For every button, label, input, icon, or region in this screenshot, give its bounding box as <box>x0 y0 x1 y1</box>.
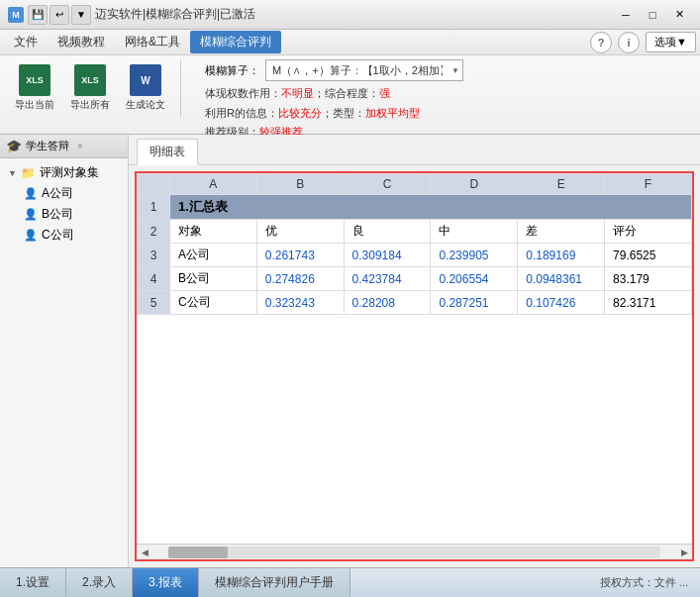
table-cell: 差 <box>518 220 605 244</box>
info-button[interactable]: i <box>618 32 640 53</box>
bottom-tab-report[interactable]: 3.报表 <box>133 568 199 597</box>
table-cell: 评分 <box>605 220 692 244</box>
info2-mid: ；类型： <box>322 107 365 119</box>
tree-item-b[interactable]: 👤 B公司 <box>0 204 128 225</box>
table-row: 3A公司0.2617430.3091840.2399050.18916979.6… <box>138 244 692 267</box>
bottom-tab-manual[interactable]: 模糊综合评判用户手册 <box>199 568 350 597</box>
bottom-tab-input[interactable]: 2.录入 <box>66 568 133 597</box>
table-cell: 对象 <box>169 220 256 244</box>
table-cell: 1.汇总表 <box>169 195 691 220</box>
close-button[interactable]: ✕ <box>666 5 692 25</box>
tab-detail[interactable]: 明细表 <box>137 139 198 165</box>
menu-fuzzy[interactable]: 模糊综合评判 <box>190 31 281 53</box>
row-number-cell: 2 <box>138 220 170 244</box>
table-cell: 79.6525 <box>605 244 692 267</box>
sidebar-close[interactable]: × <box>77 141 83 151</box>
tree-label-b: B公司 <box>42 206 73 223</box>
info1-prefix: 体现权数作用： <box>205 87 281 99</box>
tree-label-a: A公司 <box>42 185 73 202</box>
col-header-row: A B C D E F <box>138 174 692 195</box>
tool-undo[interactable]: ↩ <box>50 5 69 25</box>
word-icon: W <box>130 64 161 96</box>
title-bar: M 💾 ↩ ▼ 迈实软件|模糊综合评判|已激活 ─ □ ✕ <box>0 0 700 30</box>
person-icon-b: 👤 <box>24 208 38 221</box>
row-number-cell: 1 <box>138 195 170 220</box>
status-bar: 授权方式：文件 ... <box>588 575 700 590</box>
operator-row: 模糊算子： M（∧，+）算子：【1取小，2相加】 <box>205 59 692 81</box>
person-icon-a: 👤 <box>24 187 38 200</box>
table-cell: 0.107426 <box>518 291 605 315</box>
tool-dropdown[interactable]: ▼ <box>71 5 91 25</box>
col-header-c: C <box>344 174 431 195</box>
table-cell: 82.3171 <box>605 291 692 315</box>
person-icon-c: 👤 <box>24 229 38 242</box>
col-header-e: E <box>518 174 605 195</box>
fuzzy-info: 体现权数作用：不明显；综合程度：强 <box>205 85 692 103</box>
tool-save[interactable]: 💾 <box>28 5 48 25</box>
table-cell: 83.179 <box>605 267 692 291</box>
table-cell: 0.28208 <box>344 291 431 315</box>
maximize-button[interactable]: □ <box>640 5 665 25</box>
info1-end: 强 <box>379 87 390 99</box>
export-all-button[interactable]: XLS 导出所有 <box>63 59 117 117</box>
table-cell: 0.261743 <box>256 244 344 267</box>
info1-mid: ；综合程度： <box>314 87 379 99</box>
options-button[interactable]: 选项▼ <box>646 32 696 52</box>
tree-root-label: 评测对象集 <box>40 164 99 181</box>
operator-combo-wrap: M（∧，+）算子：【1取小，2相加】 <box>265 59 463 81</box>
export-all-icon: XLS <box>74 64 106 96</box>
scroll-right[interactable]: ▶ <box>676 545 692 560</box>
table-cell: 0.189169 <box>518 244 605 267</box>
col-header-rownum <box>138 174 170 195</box>
info2-end: 加权平均型 <box>365 107 420 119</box>
window-controls: ─ □ ✕ <box>613 5 692 25</box>
tree-label-c: C公司 <box>42 227 74 244</box>
col-header-a: A <box>169 174 256 195</box>
minimize-button[interactable]: ─ <box>613 5 639 25</box>
operator-select[interactable]: M（∧，+）算子：【1取小，2相加】 <box>265 59 463 81</box>
menu-file[interactable]: 文件 <box>4 31 48 53</box>
table-row: 2对象优良中差评分 <box>138 220 692 244</box>
scroll-left[interactable]: ◀ <box>137 545 152 560</box>
menu-network[interactable]: 网络&工具 <box>115 31 190 53</box>
operator-label: 模糊算子： <box>205 63 259 78</box>
table-cell: 0.0948361 <box>518 267 605 291</box>
window-title: 迈实软件|模糊综合评判|已激活 <box>95 6 255 23</box>
menu-video[interactable]: 视频教程 <box>48 31 115 53</box>
info1-value: 不明显 <box>281 87 314 99</box>
col-header-d: D <box>431 174 518 195</box>
table-cell: B公司 <box>169 267 256 291</box>
table-cell: 0.206554 <box>431 267 518 291</box>
content-area: 明细表 A B C D E F <box>129 135 700 567</box>
scrollbar-thumb[interactable] <box>168 547 228 558</box>
tree-root[interactable]: ▼ 📁 评测对象集 <box>0 162 128 183</box>
generate-paper-button[interactable]: W 生成论文 <box>119 59 172 117</box>
table-cell: 0.239905 <box>431 244 518 267</box>
tree-item-c[interactable]: 👤 C公司 <box>0 225 128 246</box>
table-cell: A公司 <box>169 244 256 267</box>
tab-bar: 明细表 <box>129 135 700 165</box>
bottom-bar: 1.设置 2.录入 3.报表 模糊综合评判用户手册 授权方式：文件 ... <box>0 567 700 597</box>
table-cell: 0.274826 <box>256 267 344 291</box>
info2-prefix: 利用R的信息： <box>205 107 278 119</box>
sidebar-header-icon: 🎓 <box>6 139 22 153</box>
tree-item-a[interactable]: 👤 A公司 <box>0 183 128 204</box>
table-scroll[interactable]: A B C D E F 11.汇总表2对象优良中差评分3A公司0.2617430… <box>137 173 692 544</box>
sidebar: 🎓 学生答辩 × ▼ 📁 评测对象集 👤 A公司 👤 B公司 👤 C公司 <box>0 135 129 567</box>
bottom-tab-settings[interactable]: 1.设置 <box>0 568 66 597</box>
row-number-cell: 3 <box>138 244 170 267</box>
table-container: A B C D E F 11.汇总表2对象优良中差评分3A公司0.2617430… <box>135 171 694 561</box>
tree-chevron: ▼ <box>8 168 17 178</box>
table-row: 11.汇总表 <box>138 195 692 220</box>
table-cell: 良 <box>344 220 431 244</box>
bottom-tabs: 1.设置 2.录入 3.报表 模糊综合评判用户手册 <box>0 568 350 597</box>
help-button[interactable]: ? <box>590 32 612 53</box>
table-row: 5C公司0.3232430.282080.2872510.10742682.31… <box>138 291 692 315</box>
scrollbar-track <box>168 547 660 558</box>
table-cell: 中 <box>431 220 518 244</box>
tree-folder-icon: 📁 <box>21 166 36 180</box>
horizontal-scrollbar[interactable]: ◀ ▶ <box>137 544 692 559</box>
sidebar-header: 🎓 学生答辩 × <box>0 135 128 158</box>
info2-value: 比较充分 <box>278 107 322 119</box>
export-current-button[interactable]: XLS 导出当前 <box>8 59 61 117</box>
